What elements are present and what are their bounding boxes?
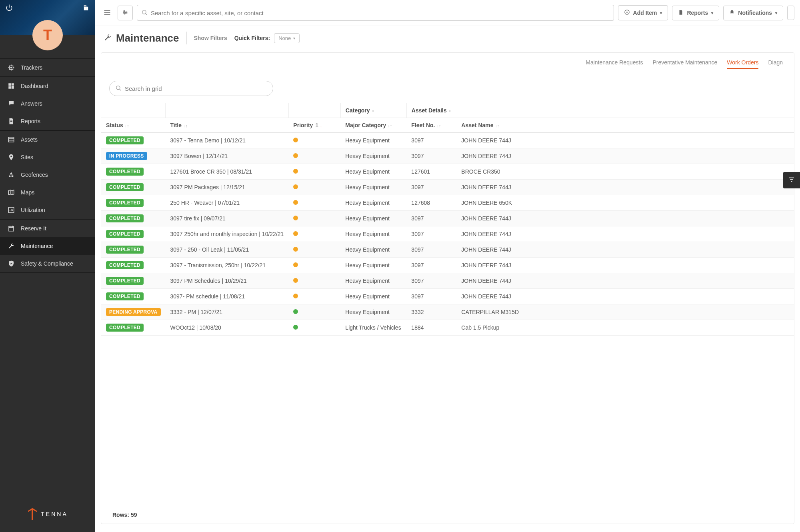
cell-fleet-no: 3097 [406,211,456,226]
table-wrap[interactable]: Category› Asset Details› Status↓↑ Title↓… [101,103,794,508]
table-row[interactable]: COMPLETED127601 Broce CR 350 | 08/31/21H… [101,164,794,180]
cell-fleet-no: 3332 [406,304,456,320]
status-badge: COMPLETED [106,292,144,300]
quick-filters-select[interactable]: None ▾ [274,33,300,43]
cell-fleet-no: 3097 [406,242,456,258]
sidebar-item-safety[interactable]: Safety & Compliance [0,255,95,272]
table-row[interactable]: COMPLETED3097- PM schedule | 11/08/21Hea… [101,289,794,304]
cell-title: 3097- PM schedule | 11/08/21 [166,289,289,304]
col-priority[interactable]: Priority 1↓ [288,118,340,133]
cell-major-category: Heavy Equipment [340,226,406,242]
sidebar-item-maps[interactable]: Maps [0,184,95,201]
table-row[interactable]: COMPLETED3097 - Tranismission, 250hr | 1… [101,258,794,273]
table-row[interactable]: PENDING APPROVA3332 - PM | 12/07/21Heavy… [101,304,794,320]
sidebar-item-label: Answers [21,100,42,107]
sidebar-item-dashboard[interactable]: Dashboard [0,77,95,95]
svg-point-21 [126,12,127,13]
sidebar-item-reserveit[interactable]: Reserve It [0,220,95,237]
sort-icon: ↓↑ [436,123,441,128]
cell-major-category: Heavy Equipment [340,258,406,273]
svg-rect-14 [8,137,14,142]
avatar[interactable]: T [32,20,63,50]
search-icon [115,85,122,92]
status-badge: PENDING APPROVA [106,308,161,316]
notifications-button[interactable]: Notifications ▾ [723,6,783,20]
svg-point-22 [124,13,125,14]
col-major-category[interactable]: Major Category↓↑ [340,118,406,133]
search-icon [141,9,148,17]
overflow-button[interactable] [787,6,794,20]
svg-rect-1 [86,7,88,10]
building-icon[interactable] [82,4,90,12]
cell-asset-name: JOHN DEERE 744J [456,289,794,304]
cell-fleet-no: 3097 [406,180,456,195]
floating-filter-tab[interactable] [783,172,800,188]
cell-title: 3097 PM Schedules | 10/29/21 [166,273,289,289]
priority-dot [293,184,298,189]
table-row[interactable]: IN PROGRESS3097 Bowen | 12/14/21Heavy Eq… [101,148,794,164]
tab-work-orders[interactable]: Work Orders [727,59,758,69]
table-row[interactable]: COMPLETEDWOOct12 | 10/08/20Light Trucks … [101,320,794,336]
chip-icon [7,64,15,72]
add-item-button[interactable]: Add Item ▾ [618,5,668,20]
chevron-down-icon: ▾ [711,11,713,15]
hamburger-icon[interactable] [101,6,114,20]
priority-dot [293,262,298,267]
col-fleet-no[interactable]: Fleet No.↓↑ [406,118,456,133]
priority-dot [293,138,298,142]
reports-button[interactable]: Reports ▾ [672,6,719,20]
sidebar-item-trackers[interactable]: Trackers [0,59,95,76]
sidebar-item-answers[interactable]: Answers [0,95,95,112]
priority-dot [293,247,298,252]
sidebar-item-label: Assets [21,136,38,143]
show-filters-button[interactable]: Show Filters [194,35,227,41]
tab-preventative-maintenance[interactable]: Preventative Maintenance [652,59,717,69]
tab-maintenance-requests[interactable]: Maintenance Requests [586,59,643,69]
table-row[interactable]: COMPLETED3097 PM Schedules | 10/29/21Hea… [101,273,794,289]
col-title[interactable]: Title↓↑ [166,118,289,133]
grid-search[interactable] [109,81,273,96]
shield-icon [7,260,15,268]
cell-title: 250 HR - Weaver | 07/01/21 [166,195,289,211]
priority-dot [293,200,298,205]
tab-diagn[interactable]: Diagn [768,59,783,69]
status-badge: COMPLETED [106,183,144,191]
map-icon [7,188,15,196]
main: Add Item ▾ Reports ▾ Notifications ▾ Mai… [95,0,800,532]
sidebar-item-reports[interactable]: Reports [0,112,95,130]
sidebar-item-maintenance[interactable]: Maintenance [0,237,95,255]
table-row[interactable]: COMPLETED250 HR - Weaver | 07/01/21Heavy… [101,195,794,211]
table-row[interactable]: COMPLETED3097 tire fix | 09/07/21Heavy E… [101,211,794,226]
power-icon[interactable] [6,4,13,12]
sidebar-item-utilization[interactable]: Utilization [0,201,95,219]
cell-fleet-no: 3097 [406,133,456,148]
sort-icon: ↓↑ [125,123,129,128]
table-row[interactable]: COMPLETED3097 PM Packages | 12/15/21Heav… [101,180,794,195]
global-search[interactable] [137,5,614,21]
sidebar-item-assets[interactable]: Assets [0,131,95,148]
table-row[interactable]: COMPLETED3097 250hr and monthly inspecti… [101,226,794,242]
pin-icon [7,153,15,161]
svg-point-15 [10,156,12,157]
add-item-label: Add Item [633,10,657,16]
sidebar-item-label: Maintenance [21,243,53,249]
sidebar-item-label: Geofences [21,172,48,178]
grid-search-input[interactable] [125,85,267,92]
cell-major-category: Heavy Equipment [340,242,406,258]
avatar-wrap: T [0,35,95,58]
sidebar-item-sites[interactable]: Sites [0,148,95,166]
cell-title: WOOct12 | 10/08/20 [166,320,289,336]
cell-asset-name: JOHN DEERE 744J [456,258,794,273]
super-header-category[interactable]: Category› [340,103,406,118]
global-search-input[interactable] [151,10,610,16]
chevron-down-icon: ▾ [660,11,662,15]
table-row[interactable]: COMPLETED3097 - 250 - Oil Leak | 11/05/2… [101,242,794,258]
col-asset-name[interactable]: Asset Name↓↑ [456,118,794,133]
col-status[interactable]: Status↓↑ [101,118,166,133]
cell-fleet-no: 1884 [406,320,456,336]
sidebar-item-geofences[interactable]: Geofences [0,166,95,184]
table-row[interactable]: COMPLETED3097 - Tenna Demo | 10/12/21Hea… [101,133,794,148]
super-header-asset-details[interactable]: Asset Details› [406,103,794,118]
filter-settings-button[interactable] [118,6,133,20]
svg-rect-11 [8,86,11,89]
